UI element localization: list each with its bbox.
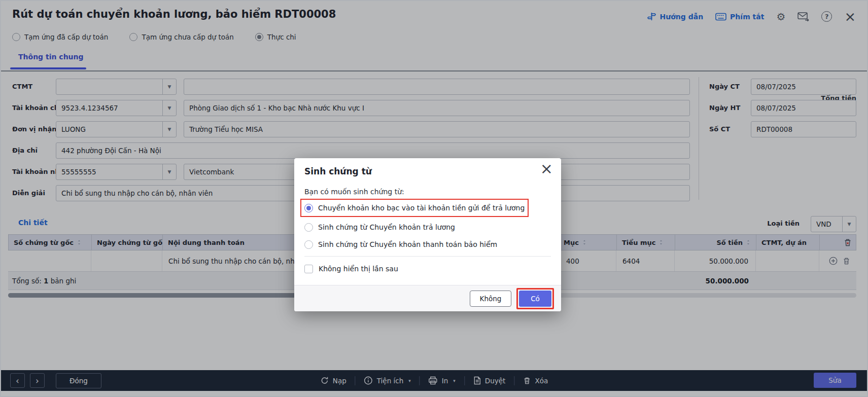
dialog-title: Sinh chứng từ (304, 166, 372, 176)
checkbox-icon (304, 265, 313, 273)
option-chuyen-khoan-kho-bac[interactable]: Chuyển khoản kho bạc vào tài khoản tiền … (304, 200, 525, 215)
dialog-divider (304, 256, 551, 257)
sinh-chung-tu-dialog: Sinh chứng từ × Bạn có muốn sinh chứng t… (294, 158, 561, 311)
radio-selected-icon (304, 204, 313, 212)
dont-show-again-checkbox[interactable]: Không hiển thị lần sau (304, 263, 398, 274)
dialog-close-icon[interactable]: × (540, 161, 553, 176)
radio-circle-icon (304, 240, 313, 249)
yes-button[interactable]: Có (519, 291, 551, 307)
radio-circle-icon (304, 223, 313, 232)
option-thanh-toan-bao-hiem[interactable]: Sinh chứng từ Chuyển khoản thanh toán bả… (304, 237, 497, 252)
annotation-highlight-box: Có (516, 288, 554, 309)
dialog-question: Bạn có muốn sinh chứng từ: (304, 188, 404, 196)
no-button[interactable]: Không (470, 291, 511, 307)
dialog-footer: Không Có (294, 285, 561, 311)
option-chuyen-khoan-tra-luong[interactable]: Sinh chứng từ Chuyển khoản trả lương (304, 220, 455, 235)
